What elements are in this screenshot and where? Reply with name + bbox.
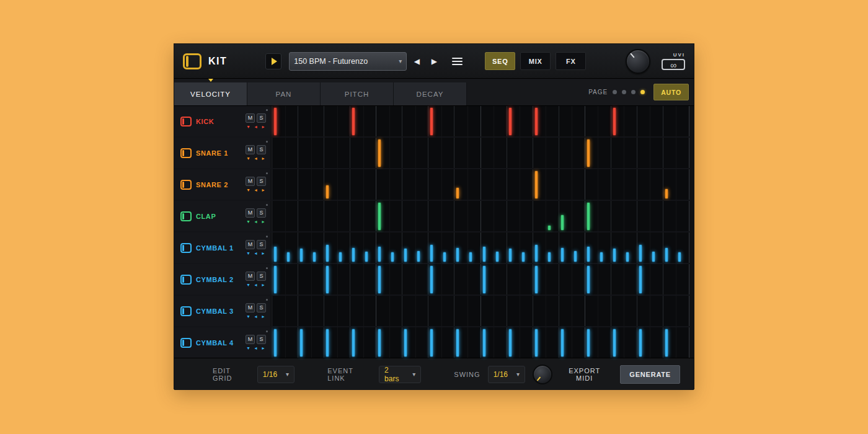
- step-cell[interactable]: [507, 201, 533, 231]
- step-cell[interactable]: [533, 201, 559, 231]
- mute-button[interactable]: M: [246, 208, 255, 218]
- step-cell[interactable]: [350, 264, 376, 294]
- step-cell[interactable]: [376, 296, 402, 326]
- velocity-bar[interactable]: [548, 226, 551, 230]
- step-cell[interactable]: [402, 264, 428, 294]
- step-cell[interactable]: [663, 106, 689, 136]
- page-dot-1[interactable]: [613, 90, 617, 94]
- nav-seq-button[interactable]: SEQ: [485, 52, 515, 70]
- step-cell[interactable]: [637, 201, 663, 231]
- velocity-bar[interactable]: [535, 266, 538, 293]
- step-cell[interactable]: [402, 201, 428, 231]
- step-grid-cymbal-2[interactable]: [272, 264, 689, 294]
- track-label-cymbal-4[interactable]: CYMBAL 4MS▾◂▸: [174, 327, 272, 358]
- track-label-snare-1[interactable]: SNARE 1MS▾◂▸: [174, 138, 272, 168]
- expand-arrow-icon[interactable]: ▾: [245, 156, 252, 161]
- expand-arrow-icon[interactable]: ▾: [245, 250, 252, 256]
- page-dot-4[interactable]: [640, 90, 645, 94]
- prev-arrow-icon[interactable]: ◂: [252, 156, 259, 161]
- step-cell[interactable]: [350, 201, 376, 231]
- next-arrow-icon[interactable]: ▸: [260, 345, 267, 351]
- track-label-cymbal-1[interactable]: CYMBAL 1MS▾◂▸: [174, 232, 272, 263]
- velocity-bar[interactable]: [587, 247, 590, 262]
- step-cell[interactable]: [402, 106, 428, 136]
- velocity-bar[interactable]: [378, 247, 381, 262]
- step-grid-cymbal-4[interactable]: [272, 327, 689, 358]
- velocity-bar[interactable]: [326, 266, 329, 293]
- velocity-bar[interactable]: [496, 252, 498, 262]
- step-cell[interactable]: [324, 106, 350, 136]
- solo-button[interactable]: S: [257, 303, 266, 312]
- event-link-select[interactable]: 2 bars ▾: [379, 366, 421, 383]
- step-cell[interactable]: [454, 138, 480, 168]
- velocity-bar[interactable]: [443, 252, 446, 262]
- step-cell[interactable]: [272, 169, 298, 200]
- nav-fx-button[interactable]: FX: [556, 52, 586, 70]
- velocity-bar[interactable]: [678, 252, 681, 262]
- step-cell[interactable]: [272, 138, 298, 168]
- step-cell[interactable]: [428, 169, 454, 200]
- velocity-bar[interactable]: [561, 329, 564, 356]
- solo-button[interactable]: S: [257, 335, 266, 344]
- velocity-bar[interactable]: [326, 185, 329, 198]
- solo-button[interactable]: S: [257, 272, 266, 281]
- step-cell[interactable]: [298, 169, 324, 200]
- expand-arrow-icon[interactable]: ▾: [245, 282, 252, 288]
- velocity-bar[interactable]: [548, 252, 551, 262]
- solo-button[interactable]: S: [257, 145, 266, 154]
- step-cell[interactable]: [533, 296, 559, 326]
- step-cell[interactable]: [376, 169, 402, 200]
- next-preset-button[interactable]: ▶: [427, 53, 441, 69]
- step-cell[interactable]: [454, 201, 480, 231]
- track-label-clap[interactable]: CLAPMS▾◂▸: [174, 201, 272, 231]
- velocity-bar[interactable]: [600, 252, 603, 262]
- step-grid-cymbal-3[interactable]: [272, 296, 689, 326]
- velocity-bar[interactable]: [274, 329, 277, 356]
- step-cell[interactable]: [507, 138, 533, 168]
- master-knob[interactable]: [626, 49, 650, 74]
- velocity-bar[interactable]: [469, 252, 472, 262]
- step-cell[interactable]: [507, 169, 533, 200]
- step-cell[interactable]: [637, 169, 663, 200]
- velocity-bar[interactable]: [587, 266, 590, 293]
- step-cell[interactable]: [298, 296, 324, 326]
- velocity-bar[interactable]: [430, 108, 433, 135]
- step-cell[interactable]: [298, 138, 324, 168]
- solo-button[interactable]: S: [257, 240, 266, 249]
- step-cell[interactable]: [350, 296, 376, 326]
- export-midi-button[interactable]: EXPORT MIDI: [561, 367, 608, 382]
- velocity-bar[interactable]: [626, 252, 629, 262]
- step-cell[interactable]: [454, 106, 480, 136]
- next-arrow-icon[interactable]: ▸: [260, 124, 267, 130]
- mute-button[interactable]: M: [246, 303, 255, 312]
- velocity-bar[interactable]: [300, 249, 303, 262]
- step-cell[interactable]: [585, 296, 611, 326]
- velocity-bar[interactable]: [274, 266, 277, 293]
- step-cell[interactable]: [559, 106, 585, 136]
- tab-decay[interactable]: DECAY: [394, 82, 467, 105]
- nav-mix-button[interactable]: MIX: [520, 52, 551, 70]
- next-arrow-icon[interactable]: ▸: [260, 187, 267, 193]
- velocity-bar[interactable]: [326, 329, 329, 356]
- edit-grid-select[interactable]: 1/16 ▾: [257, 366, 294, 383]
- next-arrow-icon[interactable]: ▸: [260, 282, 267, 288]
- solo-button[interactable]: S: [257, 113, 266, 123]
- velocity-bar[interactable]: [535, 108, 538, 135]
- velocity-bar[interactable]: [365, 252, 368, 262]
- velocity-bar[interactable]: [652, 252, 655, 262]
- step-cell[interactable]: [376, 106, 402, 136]
- step-cell[interactable]: [637, 106, 663, 136]
- step-cell[interactable]: [663, 201, 689, 231]
- velocity-bar[interactable]: [313, 252, 316, 262]
- swing-select[interactable]: 1/16 ▾: [488, 366, 525, 383]
- velocity-bar[interactable]: [430, 329, 433, 356]
- expand-arrow-icon[interactable]: ▾: [245, 314, 252, 319]
- step-cell[interactable]: [481, 296, 507, 326]
- velocity-bar[interactable]: [352, 329, 355, 356]
- mute-button[interactable]: M: [246, 113, 255, 123]
- step-cell[interactable]: [507, 296, 533, 326]
- velocity-bar[interactable]: [535, 171, 538, 198]
- step-cell[interactable]: [324, 138, 350, 168]
- velocity-bar[interactable]: [639, 329, 642, 356]
- velocity-bar[interactable]: [665, 329, 668, 356]
